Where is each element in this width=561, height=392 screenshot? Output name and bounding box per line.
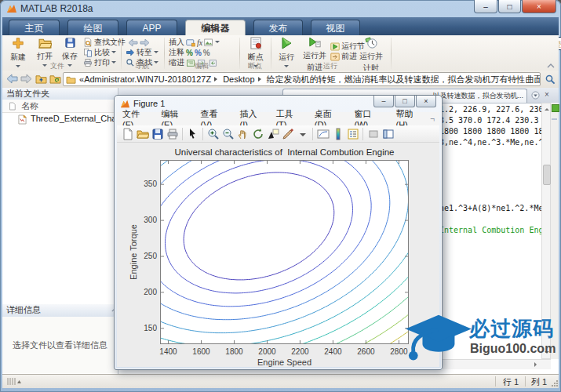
code-line: Internal Combution Eng [439,226,541,234]
brush-icon[interactable] [281,127,294,140]
analyzer-status-icon[interactable] [552,104,559,112]
breakpoints-icon [250,37,263,49]
up-folder-icon[interactable] [35,74,47,84]
insert-row[interactable]: 插入 fx [169,38,220,47]
new-doc-icon[interactable] [121,127,134,140]
run-advance-icon [308,37,321,48]
linkplot-icon[interactable] [316,127,330,140]
name-column-header[interactable]: 名称 [2,100,118,113]
run-button[interactable]: 运行 [274,37,299,71]
close-button[interactable]: × [522,0,556,13]
forward-icon[interactable] [140,38,150,47]
analyzer-marker[interactable] [552,118,557,120]
zoom-in-icon[interactable] [206,127,220,140]
save-floppy-icon [64,37,76,49]
plot-title: Universal characteristics of Internal Co… [160,147,409,157]
panel-toggle-icon[interactable] [7,377,21,386]
figure-close-button[interactable]: × [416,96,436,107]
breadcrumb[interactable]: « Administrator.WIN7U-20180127ZDesktop给定… [63,72,541,86]
watermark: 必过源码 Biguo100.com [403,310,559,372]
tab-plots[interactable]: 绘图 [67,20,118,35]
details-body: 选择文件以查看详细信息 [2,317,118,373]
figure-maximize-button[interactable]: □ [395,96,415,107]
details-header[interactable]: 详细信息 [2,304,122,318]
file-name: ThreeD_External_Characte [31,114,118,123]
comment-row[interactable]: 注释 % % % [169,48,210,57]
wrap-comment-icon[interactable]: % [203,49,210,57]
figure-window[interactable]: Figure 1 – □ × 文件(F)编辑(E)查看(V)插入(I)工具(T)… [114,95,443,370]
legend-icon[interactable] [346,127,359,140]
figure-window-controls: – □ × [373,96,436,107]
insert-image-icon[interactable] [204,38,213,47]
window-controls: – □ × [473,0,556,13]
open-folder-icon [38,37,52,49]
forward-icon[interactable] [20,74,32,84]
insert-section-icon[interactable] [186,38,195,47]
details-placeholder: 选择文件以查看详细信息 [13,339,107,351]
ribbon-tab-strip: 主页绘图APP编辑器发布视图 ? 登录 [2,17,559,35]
resize-grip[interactable] [552,380,559,387]
toolbar-separator [362,128,363,140]
minimize-button[interactable]: – [474,0,497,13]
address-toolbar: « Administrator.WIN7U-20180127ZDesktop给定… [2,71,559,89]
find-files-icon [83,38,93,47]
graduation-cap-icon [403,310,472,372]
figure-toolbar [117,125,439,143]
datacursor-icon[interactable] [266,127,279,140]
current-folder-header[interactable]: 当前文件夹 [2,88,118,100]
goto-button[interactable]: 转至 [126,48,158,57]
advance-button[interactable]: 前进 [330,52,357,61]
breadcrumb-path: « Administrator.WIN7U-20180127ZDesktop给定… [79,74,541,85]
print-icon[interactable] [166,127,179,140]
tab-editor[interactable]: 编辑器 [185,20,246,35]
menubar-pin-icon[interactable]: ¬ [430,114,435,123]
breadcrumb-segment[interactable]: 给定发动机的转矩，燃油消耗率以及转速数据，拟合发动机万有特性曲面（matlab代… [267,74,541,85]
tab-publish[interactable]: 发布 [253,20,303,35]
uncomment-icon[interactable]: % [195,49,202,57]
tab-close-icon[interactable]: × [545,90,549,100]
save-icon[interactable] [151,127,164,140]
ribbon-collapse-icon[interactable] [547,64,555,68]
plottools-off-icon[interactable] [366,127,380,140]
watermark-title: 必过源码 [469,315,554,343]
file-row[interactable]: ThreeD_External_Characte [2,114,118,125]
caret-down-icon[interactable] [296,127,309,140]
pointer-icon[interactable] [186,127,199,140]
pan-icon[interactable] [236,127,250,140]
find-files-button[interactable]: 查找文件 [83,38,126,47]
breadcrumb-segment[interactable]: Administrator.WIN7U-20180127Z [84,74,211,84]
compare-button[interactable]: 比较 [83,48,116,57]
browse-folder-icon[interactable] [49,74,61,84]
document-actions-icon[interactable] [531,91,540,100]
plottools-on-icon[interactable] [381,127,395,140]
comment-icon[interactable]: % [186,49,193,57]
toolbar-separator [312,128,313,140]
zoom-out-icon[interactable] [221,127,235,140]
back-icon[interactable] [128,38,138,47]
run-section-icon [330,42,340,51]
nav-arrows [128,38,150,47]
tab-home[interactable]: 主页 [9,20,60,35]
tab-view[interactable]: 视图 [311,20,360,35]
colorbar-icon[interactable] [331,127,344,140]
back-icon[interactable] [6,74,18,84]
run-icon [280,37,293,49]
tab-app[interactable]: APP [126,20,177,35]
breadcrumb-separator-icon [214,77,220,82]
run-time-button[interactable]: 运行并 计时 [357,37,385,74]
maximize-button[interactable]: □ [498,0,521,13]
new-plus-icon [12,37,24,49]
figure-menu-bar: 文件(F)编辑(E)查看(V)插入(I)工具(T)桌面(D)窗口(W)帮助(H)… [117,112,439,126]
matlab-main-window: MATLAB R2018a – □ × 主页绘图APP编辑器发布视图 ? 登录 … [0,0,561,392]
open-icon[interactable] [136,127,149,140]
fx-icon[interactable]: fx [197,38,202,47]
code-line: 1800 1800 1800 1800 1800 [439,127,541,136]
scroll-thumb[interactable] [543,165,551,185]
figure-minimize-button[interactable]: – [373,96,394,107]
folder-search-icon[interactable] [545,74,556,85]
breadcrumb-separator-icon [258,77,264,82]
breadcrumb-segment[interactable]: Desktop [223,74,254,84]
scroll-up-icon[interactable] [545,106,549,111]
doc-column-icon [9,102,16,111]
rotate3d-icon[interactable] [251,127,264,140]
